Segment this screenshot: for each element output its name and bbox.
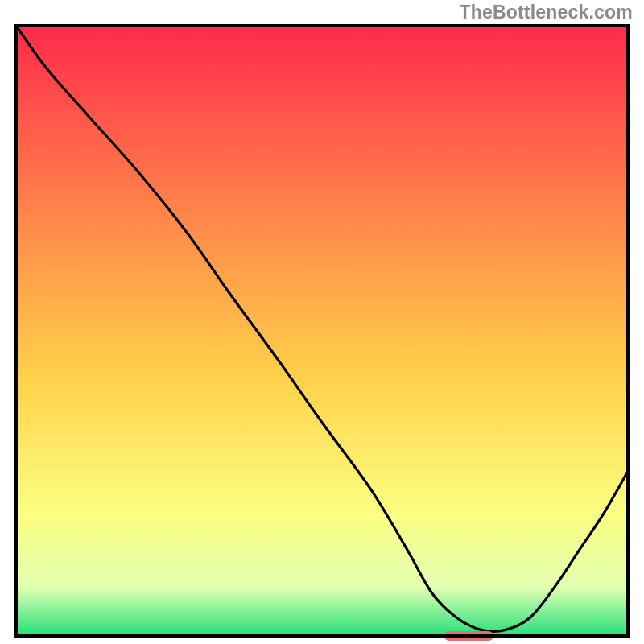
chart-svg — [0, 0, 644, 644]
plot-area — [16, 26, 628, 641]
gradient-background — [16, 26, 628, 636]
chart-canvas: TheBottleneck.com — [0, 0, 644, 644]
